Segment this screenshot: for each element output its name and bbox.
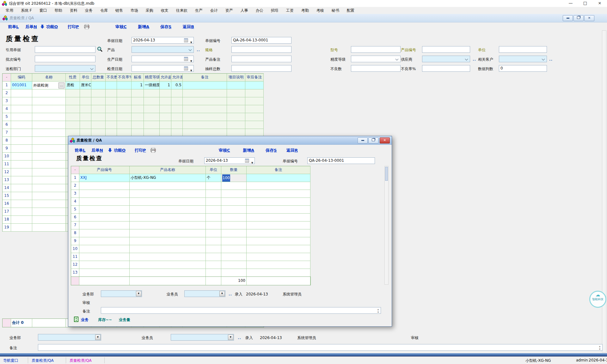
grid-cell[interactable] bbox=[79, 269, 130, 277]
grid-cell[interactable] bbox=[79, 190, 130, 198]
child-restore-button[interactable] bbox=[573, 15, 584, 21]
grid-cell[interactable] bbox=[247, 214, 310, 221]
grid-cell[interactable] bbox=[106, 121, 117, 129]
dialog-restore-button[interactable] bbox=[368, 137, 378, 143]
row-number[interactable]: 2 bbox=[3, 89, 11, 97]
row-number[interactable]: 10 bbox=[71, 245, 79, 253]
menu-item[interactable]: 生产 bbox=[191, 8, 206, 13]
row-number[interactable]: 7 bbox=[71, 221, 79, 229]
ellipsis-button[interactable]: … bbox=[58, 82, 64, 88]
row-number[interactable]: 13 bbox=[3, 176, 11, 184]
column-header[interactable]: - bbox=[3, 74, 11, 82]
grid-cell[interactable] bbox=[11, 89, 32, 97]
grid-cell[interactable] bbox=[32, 153, 66, 161]
grid-cell[interactable] bbox=[11, 145, 32, 153]
grid-cell[interactable] bbox=[132, 121, 144, 129]
business-link[interactable]: 业务 bbox=[81, 317, 89, 323]
scrollbar-thumb[interactable] bbox=[385, 167, 388, 181]
dialog-minimize-button[interactable] bbox=[358, 137, 368, 143]
grid-cell[interactable]: XXJ bbox=[79, 174, 130, 182]
menu-item[interactable]: 销售 bbox=[112, 8, 127, 13]
grid-cell[interactable] bbox=[130, 229, 206, 237]
dialog-print-button[interactable]: 打印P bbox=[135, 148, 146, 153]
column-header[interactable]: 编码 bbox=[11, 74, 32, 82]
grid-cell[interactable] bbox=[32, 97, 66, 105]
grid-cell[interactable] bbox=[132, 113, 144, 121]
grid-cell[interactable] bbox=[91, 82, 106, 89]
grid-cell[interactable] bbox=[91, 105, 106, 113]
row-number[interactable]: 8 bbox=[3, 137, 11, 145]
doc-date-field[interactable]: 2026-04-13 ▼ bbox=[132, 37, 194, 44]
grid-cell[interactable] bbox=[160, 105, 171, 113]
grid-cell[interactable] bbox=[206, 261, 221, 269]
grid-cell[interactable] bbox=[183, 105, 227, 113]
product-note-field[interactable] bbox=[231, 56, 291, 62]
menu-item[interactable]: 资产 bbox=[222, 8, 237, 13]
grid-cell[interactable] bbox=[245, 89, 264, 97]
grid-cell[interactable] bbox=[206, 269, 221, 277]
menu-item[interactable]: 办公 bbox=[252, 8, 267, 13]
grid-cell[interactable] bbox=[11, 97, 32, 105]
dialog-vertical-scrollbar[interactable] bbox=[384, 166, 389, 285]
grid-cell[interactable] bbox=[32, 89, 66, 97]
grid-cell[interactable] bbox=[117, 97, 132, 105]
stock-link[interactable]: 库存~~ bbox=[98, 317, 112, 323]
menu-item[interactable]: 业务 bbox=[81, 8, 96, 13]
menu-item[interactable]: 会计 bbox=[206, 8, 222, 13]
grid-cell[interactable] bbox=[117, 113, 132, 121]
menu-item[interactable]: 帮助 bbox=[51, 8, 66, 13]
grid-cell[interactable] bbox=[11, 161, 32, 168]
dropdown-arrow-icon[interactable]: ▼ bbox=[190, 39, 192, 44]
grid-cell[interactable] bbox=[130, 253, 206, 261]
row-number[interactable]: 18 bbox=[3, 216, 11, 224]
dialog-back-button[interactable]: 返回R bbox=[286, 148, 298, 153]
grid-cell[interactable] bbox=[11, 216, 32, 224]
grid-cell[interactable] bbox=[106, 113, 117, 121]
dept-footer-combo[interactable]: ▼ bbox=[38, 334, 101, 341]
menu-item[interactable]: 配置 bbox=[343, 8, 358, 13]
menu-item[interactable]: 系统 F bbox=[17, 8, 36, 13]
row-number[interactable]: 6 bbox=[3, 121, 11, 129]
menu-item[interactable]: 招培 bbox=[267, 8, 282, 13]
grid-cell[interactable] bbox=[221, 206, 247, 214]
dialog-doc-date-field[interactable]: 2026-04-13 ▼ bbox=[204, 157, 255, 164]
column-header[interactable]: 项目说明 bbox=[227, 74, 245, 82]
grid-cell[interactable] bbox=[183, 97, 227, 105]
dropdown-button[interactable]: ▼ bbox=[228, 335, 233, 340]
grid-cell[interactable] bbox=[144, 121, 160, 129]
dialog-prev-doc-button[interactable]: 前单L bbox=[75, 148, 85, 153]
menu-item[interactable]: 考核 bbox=[313, 8, 328, 13]
menu-item[interactable]: 市场 bbox=[127, 8, 142, 13]
grid-cell[interactable] bbox=[80, 97, 91, 105]
grid-cell[interactable] bbox=[79, 206, 130, 214]
grid-cell[interactable] bbox=[11, 153, 32, 161]
dialog-doc-no-field[interactable]: QA-26-04-13-0001 bbox=[307, 157, 375, 164]
row-number[interactable]: 16 bbox=[3, 200, 11, 208]
menu-item[interactable]: 秘书 bbox=[328, 8, 343, 13]
print-button[interactable]: 打印P bbox=[68, 24, 79, 30]
ref-doc-field[interactable] bbox=[35, 46, 95, 53]
row-number[interactable]: 3 bbox=[3, 97, 11, 105]
grid-cell[interactable] bbox=[247, 261, 310, 269]
grid-cell[interactable] bbox=[79, 245, 130, 253]
grid-cell[interactable] bbox=[79, 237, 130, 245]
grid-cell[interactable] bbox=[206, 214, 221, 221]
grid-cell[interactable] bbox=[117, 105, 132, 113]
sample-total-field[interactable] bbox=[231, 65, 291, 72]
dropdown-button[interactable]: ▼ bbox=[136, 291, 141, 296]
grid-cell[interactable] bbox=[66, 121, 80, 129]
grid-cell[interactable] bbox=[32, 168, 66, 176]
grid-cell[interactable]: 100 bbox=[221, 174, 247, 182]
grid-cell[interactable] bbox=[32, 184, 66, 192]
grid-cell[interactable] bbox=[117, 89, 132, 97]
grid-cell[interactable] bbox=[206, 229, 221, 237]
prev-doc-button[interactable]: 前单L bbox=[8, 24, 19, 30]
grid-cell[interactable] bbox=[32, 161, 66, 168]
grid-cell[interactable] bbox=[130, 206, 206, 214]
grid-cell[interactable]: 厘米CM bbox=[80, 82, 91, 89]
grid-cell[interactable] bbox=[227, 97, 245, 105]
grid-cell[interactable] bbox=[130, 261, 206, 269]
grid-cell[interactable] bbox=[206, 237, 221, 245]
printer-icon[interactable] bbox=[84, 24, 89, 29]
grid-cell[interactable] bbox=[11, 224, 32, 232]
